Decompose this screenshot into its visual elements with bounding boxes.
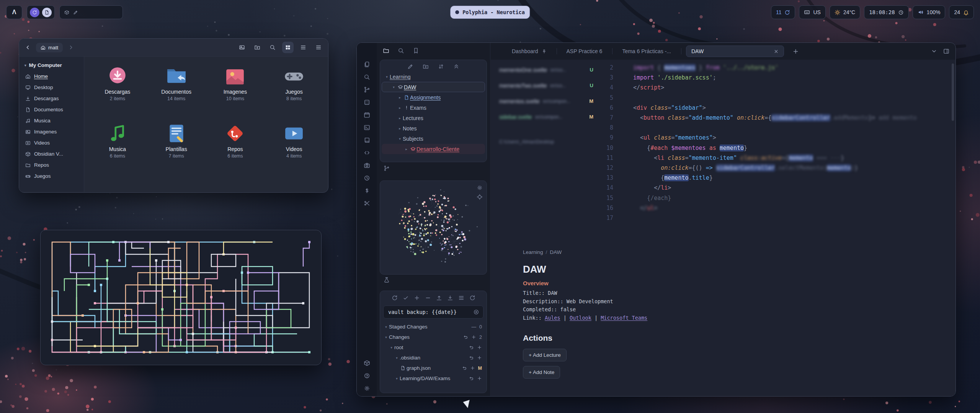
branch-panel-handle[interactable] [384,165,390,171]
action-button-add-lecture[interactable]: + Add Lecture [523,349,567,361]
git-sync-icon[interactable] [469,295,475,301]
git-row-graph-json[interactable]: graph.jsonM [380,363,487,373]
ribbon-random-note-icon[interactable] [364,99,370,106]
workspace-switcher[interactable] [27,5,55,19]
tree-chevron-icon[interactable]: ▸ [397,127,403,130]
git-chevron-icon[interactable]: ▾ [394,377,400,380]
tree-item-subjects[interactable]: ▾Subjects [382,133,485,144]
note-link-outlook[interactable]: Outlook [570,315,591,321]
git-chevron-icon[interactable]: ▾ [389,346,394,350]
tree-chevron-icon[interactable]: ▾ [384,75,390,79]
graph-filter-button[interactable] [477,194,483,200]
tree-item-exams[interactable]: ▸Exams [382,102,485,113]
ribbon-code-icon[interactable] [364,150,370,156]
folder-videos[interactable]: Videos4 items [265,119,323,177]
discard-icon[interactable] [469,376,474,381]
folder-juegos[interactable]: Juegos8 items [265,62,323,119]
git-pull-icon[interactable] [447,295,453,301]
new-folder-button[interactable] [252,42,263,53]
git-chevron-icon[interactable]: ▾ [383,335,389,339]
git-unstage-all-icon[interactable] [425,295,431,301]
sidebar-item-repos[interactable]: Repos [21,159,82,171]
action-button-add-note[interactable]: + Add Note [523,366,560,379]
git-row-changes[interactable]: ▾Changes2 [380,332,487,342]
scrollbar[interactable] [952,63,954,121]
breadcrumb-part[interactable]: Learning [523,249,543,255]
ribbon-snippets-icon[interactable] [364,200,370,206]
note-breadcrumb[interactable]: Learning/DAW [523,249,837,255]
keyboard-layout-widget[interactable]: US [799,5,825,19]
sidebar-section-header[interactable]: ▾ My Computer [21,60,82,71]
stage-icon[interactable] [471,335,476,340]
graph-settings-button[interactable] [477,185,483,191]
ribbon-book-icon[interactable] [364,137,370,143]
open-file-row[interactable]: C:\Users\_Almas\Desktop [496,134,596,150]
stage-icon[interactable] [477,355,482,360]
new-folder-button-icon[interactable] [423,63,429,70]
close-tab-icon[interactable] [774,49,779,54]
clock-widget[interactable]: 18:08:28 [864,5,908,19]
sidebar-item-desktop[interactable]: Desktop [21,82,82,93]
forward-button[interactable] [66,42,76,52]
sidebar-item-descargas[interactable]: Descargas [21,93,82,104]
graph-view-panel[interactable] [380,180,487,275]
taskbar-pill[interactable] [59,5,123,19]
volume-widget[interactable]: 100% [913,5,946,19]
sidebar-item-home[interactable]: Home [21,71,82,82]
ribbon-history-icon[interactable] [364,175,370,181]
git-stage-all-icon[interactable] [414,295,420,301]
discard-icon[interactable] [463,335,468,340]
sidebar-item-musica[interactable]: Musica [21,115,82,126]
media-widget[interactable]: Polyphia - Neurotica [450,6,530,19]
ribbon-help-icon[interactable] [364,372,370,379]
new-note-button-icon[interactable] [407,63,413,70]
ribbon-files-icon[interactable] [364,61,370,68]
breadcrumb-part[interactable]: DAW [550,249,562,255]
menu-button[interactable] [313,42,324,53]
open-file-row[interactable]: sidebar.sveltesrc\compon...M [496,109,596,125]
stage-icon[interactable] [477,376,482,381]
grid-view-button[interactable] [282,42,294,53]
discard-icon[interactable] [469,355,474,360]
ribbon-ledger-icon[interactable] [364,187,370,194]
tree-chevron-icon[interactable]: ▸ [397,106,403,110]
folder-musica[interactable]: Musica6 items [88,119,147,177]
tree-item-assignments[interactable]: ▸Assignments [382,92,485,102]
tab-daw[interactable]: DAW [686,46,784,57]
launcher-button[interactable]: Λ [6,5,22,19]
discard-icon[interactable] [462,366,467,371]
bookmarks-tab-icon[interactable] [413,47,419,54]
tree-chevron-icon[interactable]: ▾ [397,137,403,141]
ribbon-git-branch-icon[interactable] [364,86,370,93]
ribbon-settings-icon[interactable] [364,385,370,392]
tab-dashboard[interactable]: Dashboard [507,46,552,57]
search-tab-icon[interactable] [398,47,404,54]
tree-item-lectures[interactable]: ▸Lectures [382,113,485,123]
notifications-widget[interactable]: 24 [949,5,974,19]
ribbon-vault-icon[interactable] [364,360,370,366]
weather-widget[interactable]: 24°C [830,5,860,19]
sidebar-item-obsidian-v[interactable]: Obsidian V... [21,148,82,159]
search-button[interactable] [267,42,278,53]
tree-item-learning[interactable]: ▾Learning [382,72,485,82]
git-chevron-icon[interactable]: ▾ [394,356,400,360]
workspace-button-1[interactable] [30,8,39,17]
clear-input-icon[interactable] [473,309,479,315]
workspace-button-2[interactable] [42,8,52,17]
open-file-row[interactable]: mementoTwo.sveltesrc\co...U [496,78,596,93]
folder-plantillas[interactable]: Plantillas7 items [147,119,206,177]
back-button[interactable] [23,42,33,52]
sidebar-item-juegos[interactable]: Juegos [21,171,82,182]
git-commit-icon[interactable] [403,295,409,301]
git-chevron-icon[interactable]: ▾ [383,325,389,329]
updates-widget[interactable]: 11 [771,5,795,19]
new-tab-button[interactable] [792,48,799,55]
stage-icon[interactable] [477,345,482,350]
preview-button[interactable] [236,42,248,53]
tree-item-notes[interactable]: ▸Notes [382,123,485,133]
collapse-all-button-icon[interactable] [453,63,459,70]
stage-icon[interactable] [470,366,475,371]
tree-item-daw[interactable]: ▾DAW [382,82,485,92]
editor-area[interactable]: mementoOne.sveltesrc\co...UmementoTwo.sv… [490,60,956,396]
split-layout-icon[interactable] [943,48,949,54]
